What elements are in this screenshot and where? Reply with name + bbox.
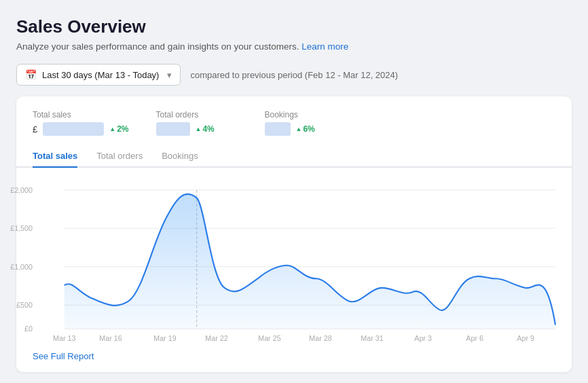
svg-text:£0: £0	[24, 325, 33, 333]
metric-change-2: 6%	[296, 124, 315, 134]
see-full-report-link[interactable]: See Full Report	[33, 351, 94, 361]
metric-value-row-2: 6%	[265, 122, 346, 136]
metric-label-1: Total orders	[156, 110, 238, 120]
svg-text:£2,000: £2,000	[10, 186, 33, 194]
metric-bar-2	[265, 122, 291, 136]
metric-value-row-1: 4%	[156, 122, 238, 136]
date-filter-row: 📅 Last 30 days (Mar 13 - Today) ▾ compar…	[16, 64, 572, 86]
svg-text:Mar 28: Mar 28	[309, 334, 331, 342]
metrics-row: Total sales £ 2% Total orders 4% Booking…	[33, 110, 555, 136]
metric-bar-0	[43, 122, 104, 136]
calendar-icon: 📅	[25, 69, 37, 80]
metric-bar-1	[156, 122, 190, 136]
svg-text:£1,000: £1,000	[10, 263, 33, 271]
learn-more-link[interactable]: Learn more	[301, 41, 348, 52]
page-title: Sales Overview	[16, 16, 572, 37]
svg-text:Mar 16: Mar 16	[99, 334, 122, 342]
tabs-row: Total sales Total orders Bookings	[16, 145, 572, 168]
main-card: Total sales £ 2% Total orders 4% Booking…	[16, 96, 572, 372]
metric-change-0: 2%	[109, 124, 128, 134]
chart-area: £2,000 £1,500 £1,000 £500 £0	[33, 168, 555, 344]
date-dropdown-label: Last 30 days (Mar 13 - Today)	[42, 70, 159, 80]
svg-text:Mar 13: Mar 13	[53, 334, 75, 342]
svg-text:Mar 25: Mar 25	[258, 334, 280, 342]
svg-text:Apr 6: Apr 6	[466, 334, 483, 342]
currency-symbol-0: £	[33, 124, 37, 134]
metric-bookings: Bookings 6%	[265, 110, 373, 136]
svg-text:Mar 22: Mar 22	[205, 334, 227, 342]
date-dropdown[interactable]: 📅 Last 30 days (Mar 13 - Today) ▾	[16, 64, 181, 86]
svg-text:Apr 9: Apr 9	[517, 334, 534, 342]
metric-label-0: Total sales	[33, 110, 129, 120]
metric-total-orders: Total orders 4%	[156, 110, 265, 136]
metric-total-sales: Total sales £ 2%	[33, 110, 156, 136]
metric-label-2: Bookings	[265, 110, 346, 120]
compare-text: compared to previous period (Feb 12 - Ma…	[190, 70, 398, 80]
page-subtitle: Analyze your sales performance and gain …	[16, 41, 572, 52]
svg-text:£1,500: £1,500	[10, 224, 33, 232]
svg-text:Mar 31: Mar 31	[361, 334, 383, 342]
tab-total-orders[interactable]: Total orders	[96, 145, 143, 168]
svg-text:£500: £500	[16, 301, 33, 309]
tab-bookings[interactable]: Bookings	[162, 145, 198, 168]
chart-svg: £2,000 £1,500 £1,000 £500 £0	[33, 179, 555, 342]
svg-text:Apr 3: Apr 3	[414, 334, 432, 342]
svg-text:Mar 19: Mar 19	[153, 334, 176, 342]
metric-value-row-0: £ 2%	[33, 122, 129, 136]
tab-total-sales[interactable]: Total sales	[33, 145, 77, 168]
chevron-down-icon: ▾	[167, 70, 172, 80]
metric-change-1: 4%	[196, 124, 215, 134]
